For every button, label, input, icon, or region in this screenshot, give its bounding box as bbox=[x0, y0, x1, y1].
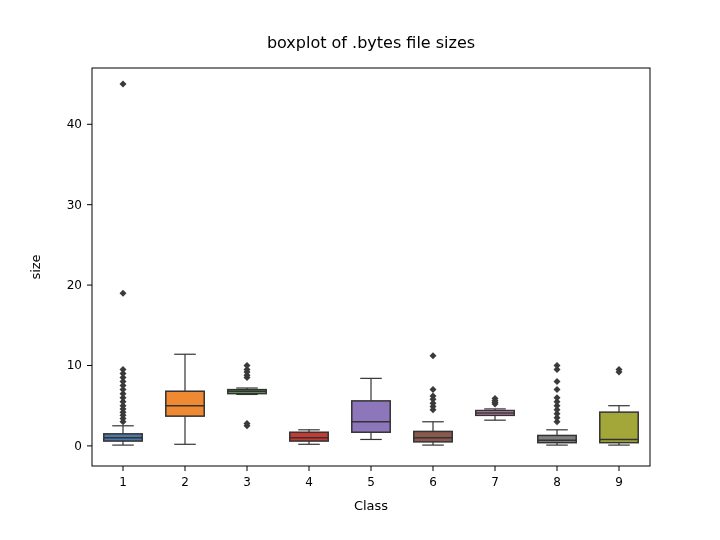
box bbox=[414, 431, 452, 441]
x-tick-label: 5 bbox=[367, 475, 375, 489]
y-axis-label: size bbox=[28, 254, 43, 279]
box bbox=[290, 432, 328, 441]
box bbox=[352, 401, 390, 432]
x-tick-label: 6 bbox=[429, 475, 437, 489]
y-tick-label: 30 bbox=[67, 198, 82, 212]
y-tick-label: 10 bbox=[67, 358, 82, 372]
x-tick-label: 3 bbox=[243, 475, 251, 489]
x-tick-label: 4 bbox=[305, 475, 313, 489]
y-tick-label: 40 bbox=[67, 117, 82, 131]
x-tick-label: 1 bbox=[119, 475, 127, 489]
outlier-diamond bbox=[430, 352, 437, 359]
x-tick-label: 7 bbox=[491, 475, 499, 489]
chart-container: boxplot of .bytes file sizessizeClass010… bbox=[0, 0, 720, 540]
outlier-diamond bbox=[430, 386, 437, 393]
outlier-diamond bbox=[244, 362, 251, 369]
outlier-diamond bbox=[120, 366, 127, 373]
chart-title: boxplot of .bytes file sizes bbox=[267, 33, 475, 52]
y-tick-label: 20 bbox=[67, 278, 82, 292]
x-axis-label: Class bbox=[354, 498, 388, 513]
outlier-diamond bbox=[554, 378, 561, 385]
y-tick-label: 0 bbox=[74, 439, 82, 453]
box bbox=[166, 391, 204, 416]
outlier-diamond bbox=[554, 386, 561, 393]
x-tick-label: 9 bbox=[615, 475, 623, 489]
box bbox=[538, 435, 576, 442]
x-tick-label: 2 bbox=[181, 475, 189, 489]
outlier-diamond bbox=[554, 394, 561, 401]
x-tick-label: 8 bbox=[553, 475, 561, 489]
boxplot-svg: boxplot of .bytes file sizessizeClass010… bbox=[0, 0, 720, 540]
outlier-diamond bbox=[120, 81, 127, 88]
box bbox=[600, 412, 638, 443]
outlier-diamond bbox=[120, 290, 127, 297]
outlier-diamond bbox=[554, 362, 561, 369]
